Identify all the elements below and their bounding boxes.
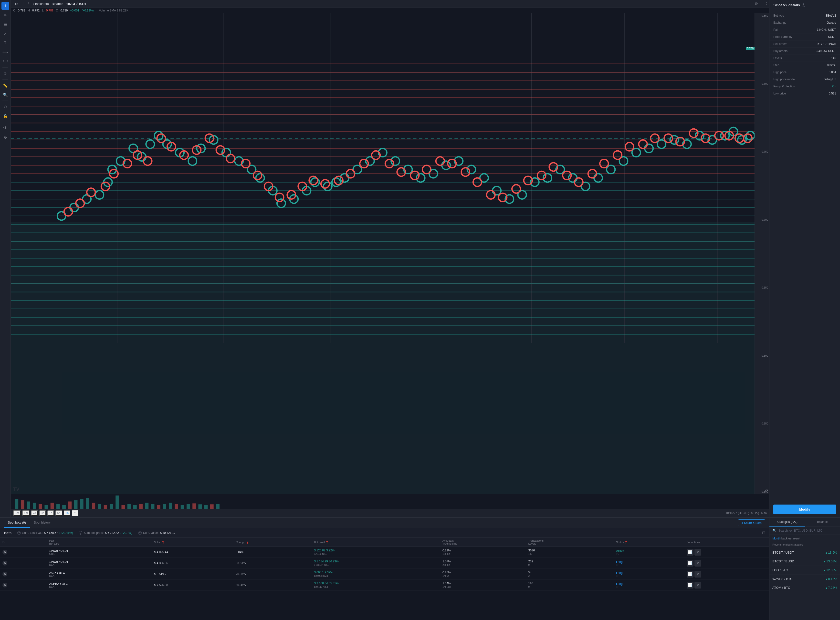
svg-point-111 <box>87 188 95 197</box>
price-0850: 0.850 <box>756 14 768 17</box>
strat-pair-waves-btc: WAVES / BTC <box>772 577 792 581</box>
price-levels: 0.850 0.800 0.750 0.700 0.650 0.600 0.55… <box>754 13 769 494</box>
hline-icon[interactable]: ☰ <box>2 21 9 28</box>
row2-chart-btn[interactable]: 📊 <box>686 560 694 567</box>
fib-icon[interactable]: ⋮⋮ <box>2 57 9 65</box>
auto-scale[interactable]: auto <box>761 512 767 515</box>
row2-stop-btn[interactable]: ⊗ <box>694 560 701 567</box>
backtest-month: Month <box>772 537 780 540</box>
trend-icon[interactable]: ⟋ <box>2 30 9 38</box>
svg-point-108 <box>746 132 754 140</box>
bots-table-wrap[interactable]: Ex. PairBot type Value ❓ Change ❓ Bot pr… <box>0 538 769 620</box>
row4-daily: 1.34%1m 11d <box>440 580 526 591</box>
backtest-label: Month backtest result <box>769 535 840 542</box>
settings2-icon[interactable]: ⚙ <box>2 133 9 141</box>
strat-item-waves-btc[interactable]: WAVES / BTC ▲8.13% <box>769 575 840 583</box>
sbot-key-sell-orders: Sell orders <box>773 42 787 46</box>
table-row: G ALPHA / BTC DCA $ 7 526.88 60.08% <box>0 580 769 591</box>
svg-point-139 <box>423 165 431 174</box>
strategies-search: 🔍 <box>769 527 840 535</box>
chart-settings-icon[interactable]: ⚙ <box>754 2 758 6</box>
tab-strategies[interactable]: Strategies (427) <box>769 518 805 527</box>
tf-1m[interactable]: 1m <box>22 510 30 516</box>
row3-status: Long TP <box>614 569 684 580</box>
candlestick-chart <box>11 13 754 343</box>
text-icon[interactable]: T <box>2 39 9 47</box>
tab-spot-bots[interactable]: Spot bots (9) <box>4 518 30 528</box>
col-options: Bot options <box>684 538 769 547</box>
sbot-help-icon[interactable]: ? <box>802 3 805 7</box>
profit-help-icon[interactable]: ? <box>79 531 82 534</box>
zoom-icon[interactable]: 🔍 <box>2 91 9 99</box>
chart-canvas-area[interactable]: 0.789 29 30 31 Aug 2 3 4 TV <box>11 13 769 509</box>
strat-pair-ldo-btc: LDO / BTC <box>772 568 788 572</box>
strat-item-btcst-busd[interactable]: BTCST / BUSD ▲13.08% <box>769 557 840 566</box>
tab-spot-history[interactable]: Spot history <box>30 518 54 528</box>
modify-button[interactable]: Modify <box>773 504 836 514</box>
indicators-button[interactable]: 𝑓 Indicators <box>33 2 49 6</box>
strat-item-ldo-btc[interactable]: LDO / BTC ▲12.03% <box>769 566 840 575</box>
row2-options: 📊 ⊗ <box>684 558 769 569</box>
lock-icon[interactable]: 🔒 <box>2 112 9 120</box>
timeframe-1h[interactable]: 1h <box>13 2 20 6</box>
filter-icon[interactable]: ⊟ <box>762 530 765 535</box>
change-pct: (+0.13%) <box>82 9 94 12</box>
pct-scale[interactable]: % <box>751 512 753 515</box>
tf-6h[interactable]: 6h <box>56 510 62 516</box>
row3-daily: 0.26%1m 6d <box>440 569 526 580</box>
ruler-icon[interactable]: 📏 <box>2 81 9 89</box>
tf-1h[interactable]: 1h <box>64 510 70 516</box>
pnl-help-icon[interactable]: ? <box>17 531 21 534</box>
row4-stop-btn[interactable]: ⊗ <box>694 582 701 588</box>
row3-chart-btn[interactable]: 📊 <box>686 571 694 578</box>
row1-stop-btn[interactable]: ⊗ <box>694 549 701 555</box>
profit-value: $ 6 782.42 <box>105 531 119 534</box>
eye-icon[interactable]: 👁 <box>2 124 9 132</box>
recommended-label: Recommended strategies <box>769 542 840 548</box>
svg-rect-189 <box>145 503 149 509</box>
strat-pair-btcst-usdt: BTCST / USDT <box>772 551 794 554</box>
tf-3m[interactable]: 3m <box>13 510 21 516</box>
row3-change: 20.93% <box>233 569 311 580</box>
strat-pct-btcst-usdt: ▲13.5% <box>825 551 837 554</box>
row1-status: Active TU <box>614 547 684 558</box>
tf-7d[interactable]: 7d <box>31 510 38 516</box>
row3-stop-btn[interactable]: ⊗ <box>694 571 701 578</box>
share-earn-button[interactable]: $ Share & Earn <box>738 519 765 526</box>
backtest-suffix: backtest result <box>781 537 800 540</box>
tab-balance[interactable]: Balance <box>805 518 840 527</box>
sbot-val-low-price: 0.521 <box>829 92 836 95</box>
crosshair-icon[interactable]: ✛ <box>2 2 9 10</box>
tf-1d[interactable]: 1d <box>47 510 54 516</box>
tf-3d[interactable]: 3d <box>39 510 46 516</box>
emoji-icon[interactable]: ☺ <box>2 69 9 77</box>
row4-chart-btn[interactable]: 📊 <box>686 582 694 588</box>
sbot-row-pump-protection: Pump Protection On <box>769 83 840 90</box>
strat-pct-waves-btc: ▲8.13% <box>825 577 837 581</box>
strategies-search-input[interactable] <box>778 529 837 533</box>
svg-rect-201 <box>216 504 220 509</box>
fullscreen-icon[interactable]: ⛶ <box>763 2 767 6</box>
bots-table: Ex. PairBot type Value ❓ Change ❓ Bot pr… <box>0 538 769 591</box>
current-price-badge: 0.789 <box>746 47 754 50</box>
svg-point-73 <box>324 182 332 191</box>
scale-settings-icon[interactable]: ⚙ <box>765 488 768 492</box>
strat-pair-btcst-busd: BTCST / BUSD <box>772 560 794 563</box>
measure-icon[interactable]: ⟺ <box>2 48 9 56</box>
candle-type-icon[interactable]: 🕯 <box>27 2 30 6</box>
strat-item-btcst-usdt[interactable]: BTCST / USDT ▲13.5% <box>769 548 840 557</box>
strat-item-atom-btc[interactable]: ATOM / BTC ▲7.28% <box>769 583 840 592</box>
magnet-icon[interactable]: ⊙ <box>2 103 9 111</box>
sbot-key-high-price-mode: High price mode <box>773 78 795 81</box>
draw-icon[interactable]: ✏ <box>2 11 9 19</box>
svg-rect-175 <box>62 505 66 509</box>
row3-pair-name: AGIX / BTC <box>49 571 149 575</box>
compare-btn[interactable]: ⊕ <box>72 510 78 516</box>
value-help-icon[interactable]: ? <box>138 531 142 534</box>
strategies-list[interactable]: BTCST / USDT ▲13.5% BTCST / BUSD ▲13.08%… <box>769 548 840 620</box>
log-scale[interactable]: log <box>755 512 759 515</box>
svg-rect-169 <box>27 502 30 509</box>
row3-bot-type: DCA <box>49 575 149 577</box>
row1-chart-btn[interactable]: 📊 <box>686 549 694 555</box>
sbot-panel: SBot V2 details ? Bot type SBot V2 Excha… <box>769 0 840 517</box>
